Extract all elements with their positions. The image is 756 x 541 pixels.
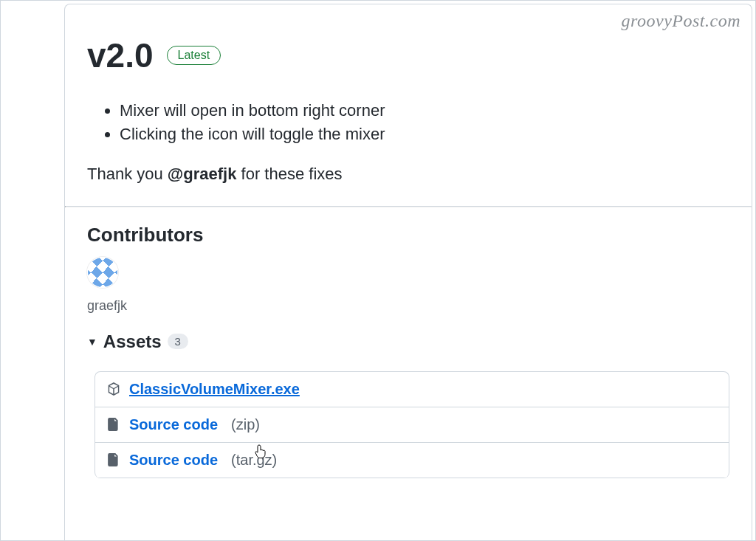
mention-link[interactable]: @graefjk [168, 165, 237, 183]
asset-row[interactable]: Source code (zip) [95, 407, 729, 443]
release-header-section: v2.0 Latest Mixer will open in bottom ri… [65, 37, 752, 206]
contributor-name: graefjk [87, 298, 729, 314]
latest-badge: Latest [167, 46, 221, 65]
asset-link[interactable]: Source code [129, 452, 218, 469]
avatar[interactable] [87, 257, 118, 288]
release-note-item: Clicking the icon will toggle the mixer [120, 125, 729, 144]
asset-row[interactable]: Source code (tar.gz) [95, 443, 729, 478]
release-card: v2.0 Latest Mixer will open in bottom ri… [64, 4, 752, 540]
assets-count-badge: 3 [168, 334, 188, 349]
asset-link[interactable]: Source code [129, 416, 218, 433]
release-title: v2.0 [87, 37, 154, 75]
contributors-heading: Contributors [87, 224, 729, 247]
contributors-section: Contributors graefjk [65, 207, 752, 318]
contributor[interactable]: graefjk [87, 257, 729, 314]
zip-icon [107, 453, 120, 466]
asset-link[interactable]: ClassicVolumeMixer.exe [129, 381, 300, 398]
assets-heading: Assets [103, 331, 162, 352]
thanks-prefix: Thank you [87, 165, 168, 183]
release-note-item: Mixer will open in bottom right corner [120, 101, 729, 120]
asset-row[interactable]: ClassicVolumeMixer.exe [95, 372, 729, 407]
assets-list: ClassicVolumeMixer.exe Source code (zip)… [94, 371, 729, 478]
disclosure-triangle-icon: ▼ [87, 336, 97, 348]
thanks-line: Thank you @graefjk for these fixes [87, 165, 729, 184]
zip-icon [107, 418, 120, 431]
release-notes-list: Mixer will open in bottom right corner C… [87, 101, 729, 144]
thanks-suffix: for these fixes [236, 165, 342, 183]
assets-section: ▼ Assets 3 ClassicVolumeMixer.exe Source… [65, 318, 752, 478]
assets-toggle[interactable]: ▼ Assets 3 [87, 331, 729, 352]
package-icon [107, 382, 120, 396]
asset-suffix: (zip) [231, 416, 260, 433]
asset-suffix: (tar.gz) [231, 452, 277, 469]
